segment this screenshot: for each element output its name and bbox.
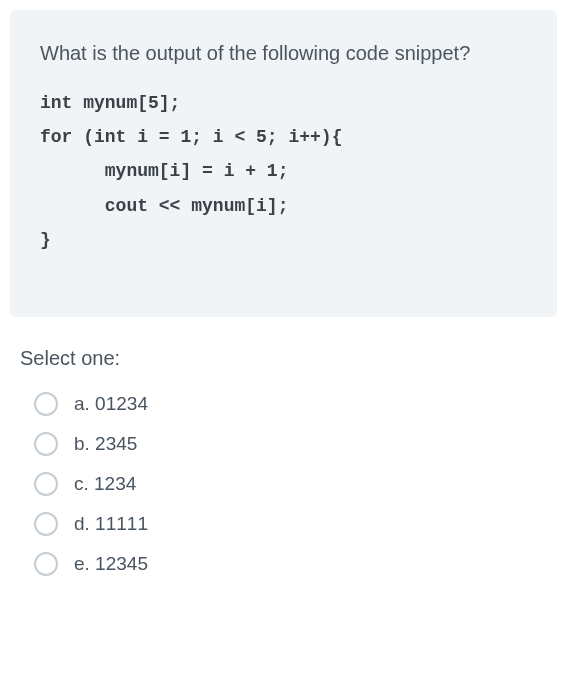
question-prompt: What is the output of the following code… — [40, 38, 527, 68]
option-label: c. 1234 — [74, 473, 136, 495]
radio-icon — [34, 392, 58, 416]
answer-section: Select one: a. 01234 b. 2345 c. 1234 d. … — [0, 347, 567, 604]
code-line: cout << mynum[i]; — [40, 189, 527, 223]
code-line: int mynum[5]; — [40, 86, 527, 120]
radio-icon — [34, 512, 58, 536]
option-label: d. 11111 — [74, 513, 148, 535]
select-one-label: Select one: — [20, 347, 547, 370]
code-line: } — [40, 223, 527, 257]
option-b[interactable]: b. 2345 — [20, 424, 547, 464]
radio-icon — [34, 552, 58, 576]
option-a[interactable]: a. 01234 — [20, 384, 547, 424]
option-d[interactable]: d. 11111 — [20, 504, 547, 544]
radio-icon — [34, 472, 58, 496]
question-box: What is the output of the following code… — [10, 10, 557, 317]
option-label: b. 2345 — [74, 433, 137, 455]
radio-icon — [34, 432, 58, 456]
code-line: mynum[i] = i + 1; — [40, 154, 527, 188]
code-snippet: int mynum[5]; for (int i = 1; i < 5; i++… — [40, 86, 527, 257]
code-line: for (int i = 1; i < 5; i++){ — [40, 120, 527, 154]
option-c[interactable]: c. 1234 — [20, 464, 547, 504]
option-label: a. 01234 — [74, 393, 148, 415]
option-label: e. 12345 — [74, 553, 148, 575]
option-e[interactable]: e. 12345 — [20, 544, 547, 584]
